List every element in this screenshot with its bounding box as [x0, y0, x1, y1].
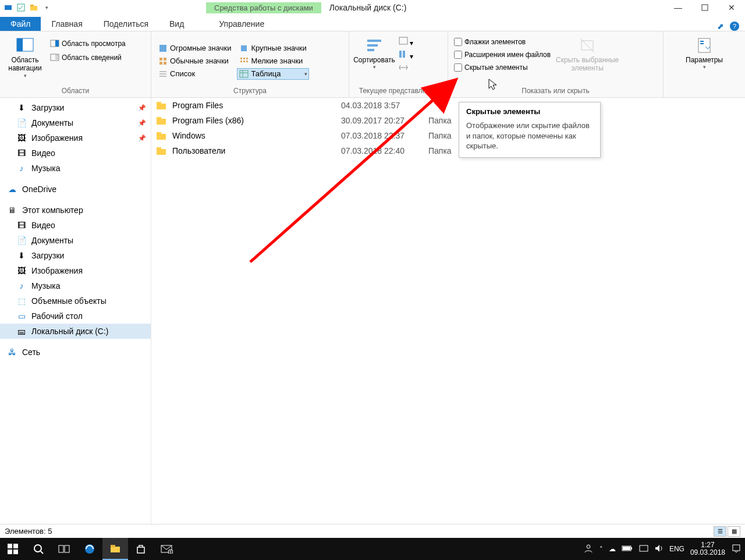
folder-icon [156, 130, 166, 141]
svg-rect-43 [157, 102, 161, 104]
people-icon[interactable] [583, 543, 594, 555]
preview-pane-button[interactable]: Область просмотра [49, 37, 127, 50]
svg-rect-21 [246, 58, 248, 59]
sidebar-item-videos[interactable]: 🎞Видео [0, 146, 151, 161]
battery-icon[interactable] [622, 545, 633, 554]
sidebar-item-network[interactable]: 🖧Сеть [0, 345, 151, 360]
sidebar-item-local-disk[interactable]: 🖴Локальный диск (C:) [0, 324, 151, 339]
qat-folder-icon[interactable] [28, 2, 40, 13]
edge-button[interactable] [77, 538, 102, 560]
file-row[interactable]: Пользователи07.03.2018 22:40Папка [151, 143, 745, 158]
folder-icon [156, 115, 166, 126]
options-label: Параметры [686, 56, 723, 64]
details-view-toggle[interactable]: ☰ [714, 526, 726, 537]
sidebar-item-documents[interactable]: 📄Документы📌 [0, 115, 151, 130]
svg-rect-35 [399, 51, 402, 58]
layout-small-icons[interactable]: Мелкие значки [237, 55, 308, 67]
search-button[interactable] [26, 538, 51, 560]
sidebar-item-pc-music[interactable]: ♪Музыка [0, 278, 151, 293]
minimize-ribbon-icon[interactable]: ⬈ [717, 22, 724, 31]
svg-rect-17 [159, 62, 162, 65]
sidebar-item-pc-downloads[interactable]: ⬇Загрузки [0, 248, 151, 263]
pictures-icon: 🖼 [16, 265, 27, 276]
tab-file[interactable]: Файл [0, 17, 41, 31]
item-checkboxes-toggle[interactable]: Флажки элементов [453, 36, 552, 48]
close-button[interactable]: ✕ [718, 0, 745, 15]
taskbar: 1 ˄ ☁ ENG 1:27 09.03.2018 [0, 538, 745, 560]
sort-button[interactable]: Сортировать ▾ [354, 34, 395, 70]
clock-date: 09.03.2018 [690, 549, 725, 557]
onedrive-icon: ☁ [7, 184, 17, 194]
sidebar-item-pc-documents[interactable]: 📄Документы [0, 233, 151, 248]
sidebar-item-this-pc[interactable]: 🖥Этот компьютер [0, 203, 151, 218]
tab-view[interactable]: Вид [159, 17, 194, 31]
svg-rect-40 [700, 41, 704, 42]
hide-selected-button: Скрыть выбранные элементы [555, 34, 619, 73]
navigation-tree[interactable]: ⬇Загрузки📌 📄Документы📌 🖼Изображения📌 🎞Ви… [0, 98, 151, 531]
sidebar-item-onedrive[interactable]: ☁OneDrive [0, 182, 151, 197]
thumbnails-view-toggle[interactable]: ▦ [728, 526, 740, 537]
svg-rect-8 [55, 40, 59, 47]
svg-rect-24 [246, 61, 248, 62]
sidebar-item-pc-pictures[interactable]: 🖼Изображения [0, 263, 151, 278]
sidebar-item-pc-3d[interactable]: ⬚Объемные объекты [0, 293, 151, 309]
qat-properties-icon[interactable] [15, 2, 27, 13]
sidebar-item-desktop[interactable]: ▭Рабочий стол [0, 309, 151, 324]
file-extensions-toggle[interactable]: Расширения имен файлов [453, 49, 552, 61]
layout-medium-icons[interactable]: Обычные значки [156, 55, 233, 67]
store-button[interactable] [128, 538, 154, 560]
options-button[interactable]: Параметры ▾ [684, 34, 725, 70]
task-view-button[interactable] [51, 538, 77, 560]
svg-rect-3 [30, 5, 34, 6]
sidebar-item-downloads[interactable]: ⬇Загрузки📌 [0, 100, 151, 115]
start-button[interactable] [0, 538, 26, 560]
context-tab-drive-tools: Средства работы с дисками [206, 2, 321, 13]
tab-share[interactable]: Поделиться [93, 17, 159, 31]
svg-rect-32 [367, 44, 378, 47]
minimize-button[interactable]: — [665, 0, 691, 15]
language-indicator[interactable]: ENG [669, 545, 684, 553]
layout-details[interactable]: Таблица [237, 68, 308, 80]
hidden-items-toggle[interactable]: Скрытые элементы [453, 62, 552, 73]
clock[interactable]: 1:27 09.03.2018 [690, 541, 725, 557]
sidebar-item-music[interactable]: ♪Музыка [0, 161, 151, 176]
group-by-icon[interactable]: ▾ [398, 36, 413, 47]
volume-icon[interactable] [654, 544, 664, 555]
folder-icon [156, 146, 166, 156]
pin-icon: 📌 [138, 104, 146, 112]
help-icon[interactable]: ? [730, 22, 739, 31]
size-columns-icon[interactable] [398, 63, 413, 74]
folder-icon [156, 100, 166, 111]
sidebar-item-pictures[interactable]: 🖼Изображения📌 [0, 130, 151, 146]
navigation-pane-button[interactable]: Область навигации ▾ [5, 34, 45, 79]
network-icon: 🖧 [7, 347, 17, 357]
file-list[interactable]: Program Files04.03.2018 3:57Program File… [151, 98, 745, 531]
file-row[interactable]: Program Files04.03.2018 3:57 [151, 98, 745, 113]
sidebar-item-pc-videos[interactable]: 🎞Видео [0, 218, 151, 233]
system-icon[interactable] [2, 2, 14, 13]
layout-huge-icons[interactable]: Огромные значки [156, 42, 233, 54]
hide-selected-label: Скрыть выбранные элементы [555, 56, 619, 73]
file-row[interactable]: Program Files (x86)30.09.2017 20:27Папка [151, 113, 745, 128]
ribbon: Область навигации ▾ Область просмотра Об… [0, 31, 745, 98]
layout-large-icons[interactable]: Крупные значки [237, 42, 308, 54]
mail-button[interactable]: 1 [154, 538, 179, 560]
notifications-icon[interactable] [731, 543, 742, 555]
explorer-button[interactable] [102, 538, 128, 560]
layout-list[interactable]: Список [156, 68, 233, 80]
details-pane-button[interactable]: Область сведений [49, 51, 127, 64]
tab-manage[interactable]: Управление [208, 17, 275, 31]
svg-rect-57 [59, 545, 63, 552]
svg-rect-58 [65, 545, 69, 552]
qat-dropdown-icon[interactable]: ▾ [41, 2, 52, 13]
svg-rect-20 [243, 58, 245, 59]
tray-chevron-icon[interactable]: ˄ [599, 545, 603, 553]
network-tray-icon[interactable] [639, 544, 648, 554]
tab-home[interactable]: Главная [41, 17, 93, 31]
window-title: Локальный диск (C:) [329, 3, 407, 12]
add-columns-icon[interactable]: ▾ [398, 49, 413, 61]
file-row[interactable]: Windows07.03.2018 22:37Папка [151, 128, 745, 143]
maximize-button[interactable] [691, 0, 718, 15]
onedrive-tray-icon[interactable]: ☁ [609, 545, 616, 553]
svg-rect-15 [159, 58, 162, 61]
